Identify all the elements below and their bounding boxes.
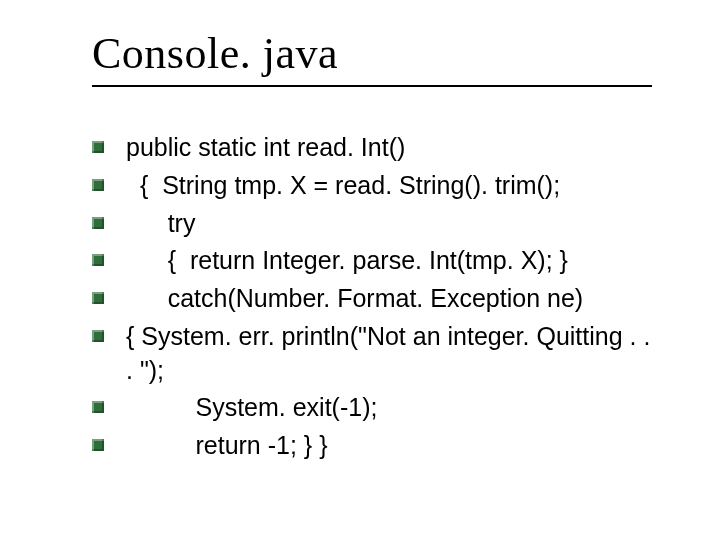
title-underline <box>92 85 652 87</box>
code-line: public static int read. Int() <box>126 131 660 165</box>
code-line: System. exit(-1); <box>126 391 660 425</box>
bullet-icon <box>92 254 104 266</box>
list-item: public static int read. Int() <box>92 131 660 165</box>
bullet-icon <box>92 330 104 342</box>
code-line: { System. err. println("Not an integer. … <box>126 320 660 388</box>
code-line: return -1; } } <box>126 429 660 463</box>
bullet-icon <box>92 179 104 191</box>
code-line: catch(Number. Format. Exception ne) <box>126 282 660 316</box>
bullet-icon <box>92 217 104 229</box>
bullet-icon <box>92 439 104 451</box>
code-line: { return Integer. parse. Int(tmp. X); } <box>126 244 660 278</box>
bullet-icon <box>92 292 104 304</box>
bullet-icon <box>92 141 104 153</box>
slide-title: Console. java <box>92 28 660 79</box>
bullet-icon <box>92 401 104 413</box>
list-item: { return Integer. parse. Int(tmp. X); } <box>92 244 660 278</box>
list-item: return -1; } } <box>92 429 660 463</box>
list-item: { String tmp. X = read. String(). trim()… <box>92 169 660 203</box>
slide-body: public static int read. Int() { String t… <box>92 131 660 463</box>
list-item: { System. err. println("Not an integer. … <box>92 320 660 388</box>
code-line: { String tmp. X = read. String(). trim()… <box>126 169 660 203</box>
code-line: try <box>126 207 660 241</box>
list-item: try <box>92 207 660 241</box>
slide: Console. java public static int read. In… <box>0 0 720 540</box>
list-item: catch(Number. Format. Exception ne) <box>92 282 660 316</box>
list-item: System. exit(-1); <box>92 391 660 425</box>
